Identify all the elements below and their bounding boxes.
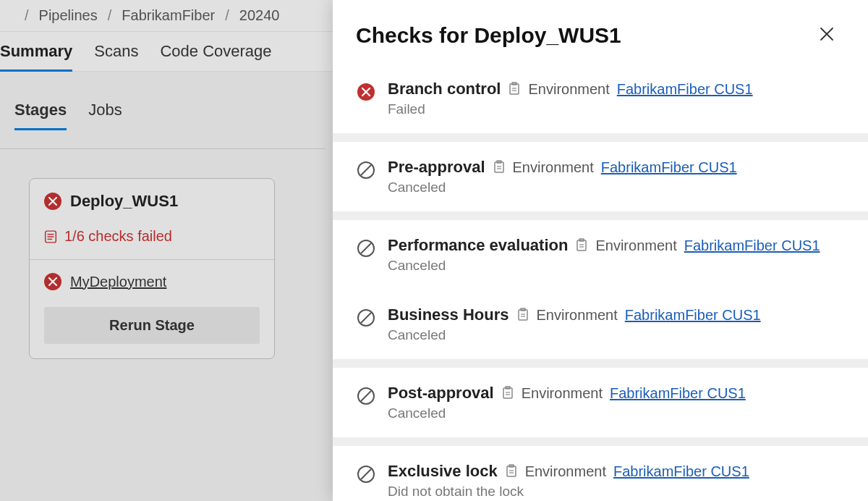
environment-link[interactable]: FabrikamFiber CUS1	[684, 237, 820, 254]
subtab-stages[interactable]: Stages	[14, 93, 67, 127]
check-item[interactable]: Post-approvalEnvironmentFabrikamFiber CU…	[333, 368, 868, 437]
environment-label: Environment	[528, 81, 609, 98]
environment-label: Environment	[525, 463, 606, 480]
divider	[333, 359, 868, 368]
cancel-icon	[357, 239, 375, 258]
environment-link[interactable]: FabrikamFiber CUS1	[613, 463, 749, 480]
subtab-jobs[interactable]: Jobs	[88, 93, 122, 127]
environment-label: Environment	[537, 307, 618, 324]
check-item[interactable]: Performance evaluationEnvironmentFabrika…	[333, 220, 868, 290]
tab-scans[interactable]: Scans	[94, 32, 138, 71]
stage-checks-status[interactable]: 1/6 checks failed	[30, 218, 274, 259]
svg-line-21	[361, 313, 371, 323]
checks-list: Branch controlEnvironmentFabrikamFiber C…	[333, 64, 868, 501]
check-status: Did not obtain the lock	[388, 484, 845, 500]
environment-icon	[501, 386, 514, 400]
rerun-stage-button[interactable]: Rerun Stage	[44, 307, 260, 344]
breadcrumb-item[interactable]: FabrikamFiber	[122, 7, 215, 24]
environment-icon	[516, 308, 529, 322]
svg-line-33	[361, 469, 371, 479]
svg-rect-16	[577, 240, 586, 250]
tab-code-coverage[interactable]: Code Coverage	[160, 32, 271, 71]
check-status: Canceled	[388, 258, 845, 274]
svg-rect-34	[507, 466, 516, 476]
environment-icon	[508, 82, 521, 96]
deployment-link[interactable]: MyDeployment	[70, 274, 166, 290]
cancel-icon	[357, 387, 375, 405]
close-icon	[819, 26, 835, 42]
stage-card: Deploy_WUS1 1/6 checks failed MyDeployme…	[29, 178, 275, 359]
stage-name: Deploy_WUS1	[70, 192, 178, 211]
environment-icon	[493, 160, 506, 174]
check-title: Branch control	[388, 80, 501, 98]
tab-summary[interactable]: Summary	[0, 32, 72, 71]
check-status: Canceled	[388, 180, 845, 195]
environment-label: Environment	[522, 385, 603, 402]
environment-label: Environment	[595, 237, 676, 254]
check-status: Failed	[388, 101, 845, 117]
breadcrumb-separator: /	[25, 7, 29, 24]
svg-rect-4	[510, 84, 519, 94]
panel-title: Checks for Deploy_WUS1	[356, 23, 621, 48]
check-status: Canceled	[388, 327, 845, 343]
check-title: Exclusive lock	[388, 462, 498, 481]
check-title: Pre-approval	[388, 158, 485, 177]
check-item[interactable]: Business HoursEnvironmentFabrikamFiber C…	[333, 290, 868, 359]
environment-icon	[505, 464, 518, 479]
breadcrumb-separator: /	[108, 7, 112, 24]
divider	[333, 133, 868, 142]
breadcrumb-item[interactable]: Pipelines	[39, 7, 98, 24]
fail-icon	[44, 193, 61, 210]
svg-line-15	[361, 243, 371, 253]
cancel-icon	[357, 161, 375, 180]
environment-link[interactable]: FabrikamFiber CUS1	[610, 385, 746, 402]
check-item[interactable]: Pre-approvalEnvironmentFabrikamFiber CUS…	[333, 142, 868, 211]
breadcrumb-item[interactable]: 20240	[239, 7, 280, 24]
check-title: Performance evaluation	[388, 236, 568, 255]
svg-line-27	[361, 391, 371, 401]
check-item[interactable]: Branch controlEnvironmentFabrikamFiber C…	[333, 64, 868, 133]
environment-label: Environment	[513, 159, 594, 176]
check-item[interactable]: Exclusive lockEnvironmentFabrikamFiber C…	[333, 446, 868, 501]
environment-link[interactable]: FabrikamFiber CUS1	[617, 81, 753, 98]
breadcrumb-separator: /	[225, 7, 229, 24]
cancel-icon	[357, 465, 375, 484]
environment-link[interactable]: FabrikamFiber CUS1	[625, 307, 761, 324]
close-button[interactable]	[814, 22, 839, 49]
svg-rect-22	[519, 310, 527, 320]
check-status: Canceled	[388, 405, 845, 421]
fail-icon	[357, 83, 375, 101]
environment-link[interactable]: FabrikamFiber CUS1	[601, 159, 737, 176]
svg-line-9	[361, 165, 371, 175]
checklist-icon	[44, 230, 57, 243]
checks-failed-text: 1/6 checks failed	[64, 228, 172, 245]
environment-icon	[575, 238, 588, 253]
svg-rect-28	[503, 388, 512, 398]
divider	[333, 211, 868, 220]
check-title: Business Hours	[388, 306, 509, 324]
divider	[333, 437, 868, 446]
fail-icon	[44, 273, 61, 290]
checks-panel: Checks for Deploy_WUS1 Branch controlEnv…	[333, 0, 868, 501]
check-title: Post-approval	[388, 384, 494, 403]
cancel-icon	[357, 308, 375, 327]
svg-rect-10	[495, 162, 503, 172]
